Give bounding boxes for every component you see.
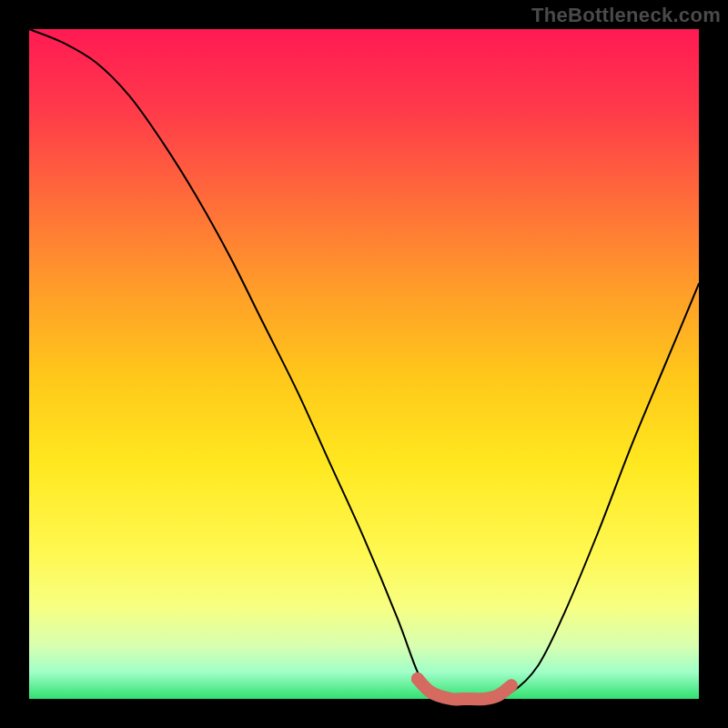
chart-frame: TheBottleneck.com: [0, 0, 728, 728]
optimal-band-highlight: [418, 679, 511, 700]
optimal-start-dot: [411, 672, 424, 685]
curve-layer: [29, 29, 699, 699]
plot-area: [29, 29, 699, 699]
bottleneck-curve: [29, 29, 699, 700]
watermark-text: TheBottleneck.com: [531, 4, 721, 27]
